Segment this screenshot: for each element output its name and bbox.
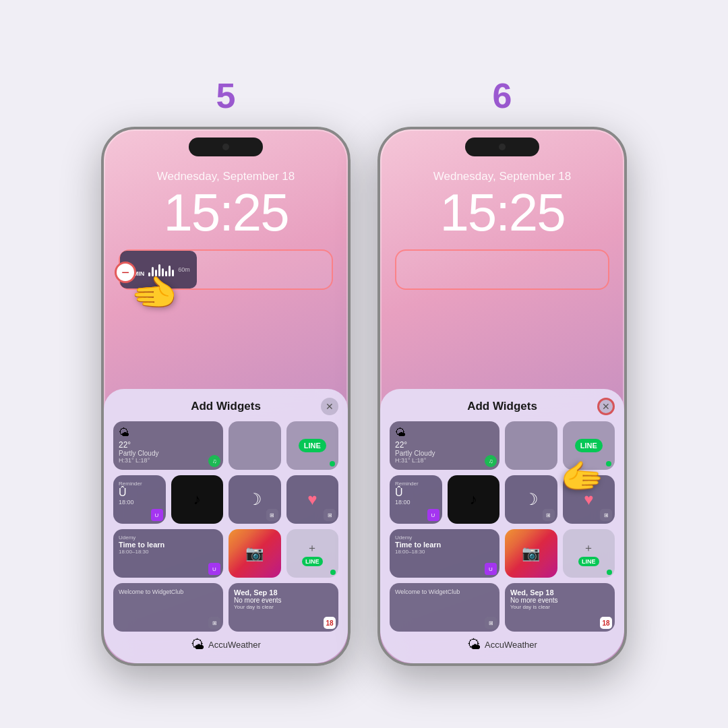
line-label-6: LINE (575, 439, 603, 452)
instagram-icon-5: 📷 (245, 545, 264, 562)
reminder-label-6: Reminder (395, 481, 437, 487)
panel-5-header: Add Widgets ✕ (113, 400, 338, 413)
moon-widget-6: ☽ ⊞ (505, 475, 557, 524)
weather-range-5: H:31° L:18° (119, 457, 218, 464)
moon-badge-icon-5: ⊞ (270, 512, 274, 518)
heart-icon-5: ♥ (307, 481, 317, 518)
calendar-sub-6: Your day is clear (510, 604, 609, 610)
phone-5: Wednesday, September 18 15:25 M 33MIN (101, 127, 351, 666)
welcome-text-5: Welcome to WidgetClub (119, 588, 218, 595)
line-cell-5: LINE (286, 421, 339, 470)
udemy-widget-6: Udemy Time to learn 18:00–18:30 U (390, 529, 499, 578)
panel-6-header: Add Widgets ✕ (390, 400, 615, 413)
heart-badge-5: ⊞ (324, 509, 336, 521)
udemy-label-5: Udemy (119, 535, 218, 541)
u-badge-5: U (151, 509, 163, 521)
line-add-dot-5 (330, 570, 336, 575)
panel-6-title: Add Widgets (467, 400, 537, 413)
phone-6-panel: Add Widgets ✕ 🌤 22° Partly Cloudy H:31° … (380, 389, 624, 663)
weather-icon-6: 🌤 (395, 427, 494, 439)
phone-6-widget-area (395, 249, 610, 290)
reminder-widget-5: Reminder Û 18:00 U (113, 475, 166, 524)
music-duration: 60m (178, 266, 190, 273)
tiktok-widget-5: ♪ (171, 475, 224, 524)
phone-5-time: 15:25 (163, 186, 288, 239)
step-6-number: 6 (493, 75, 512, 116)
calendar-sub-5: Your day is clear (234, 604, 333, 610)
line-add-plus-5: ＋ (307, 541, 317, 555)
calendar-event-5: No more events (234, 597, 333, 604)
calendar-event-6: No more events (510, 597, 609, 604)
welcome-badge-5: ⊞ (208, 617, 220, 629)
widget-grid-5: 🌤 22° Partly Cloudy H:31° L:18° ♫ LINE (113, 421, 338, 632)
calendar-date-5: Wed, Sep 18 (234, 588, 333, 597)
phone-6-screen: Wednesday, September 18 15:25 🫲 Add Widg… (380, 129, 624, 663)
calendar-widget-5: Wed, Sep 18 No more events Your day is c… (229, 583, 338, 632)
udemy-time-5: 18:00–18:30 (119, 549, 218, 555)
udemy-label-6: Udemy (395, 535, 494, 541)
reminder-label-5: Reminder (119, 481, 160, 487)
step-5-number: 5 (216, 75, 236, 116)
u-badge-6: U (427, 509, 439, 521)
line-add-widget-6: ＋ LINE (563, 529, 615, 578)
tiktok-icon-6: ♪ (470, 481, 477, 518)
weather-icon-5: 🌤 (119, 427, 218, 439)
calendar-widget-6: Wed, Sep 18 No more events Your day is c… (505, 583, 615, 632)
calendar-badge-5: 18 (324, 617, 336, 629)
heart-badge-icon-5: ⊞ (328, 512, 332, 518)
line-add-label-6: LINE (578, 557, 599, 566)
reminder-time-5: 18:00 (119, 499, 160, 506)
moon-badge-6: ⊞ (543, 509, 555, 521)
step-6-wrapper: 6 Wednesday, September 18 15:25 🫲 Add Wi… (377, 75, 627, 666)
moon-widget-5: ☽ ⊞ (229, 475, 281, 524)
weather-range-6: H:31° L:18° (395, 457, 494, 464)
moon-icon-6: ☽ (524, 481, 539, 518)
weather-desc-5: Partly Cloudy (119, 450, 218, 457)
welcome-widget-6: Welcome to WidgetClub ⊞ (390, 583, 499, 632)
step-5-wrapper: 5 Wednesday, September 18 15:25 M 33MIN (101, 75, 351, 666)
close-button-5[interactable]: ✕ (321, 398, 338, 415)
hand-cursor-5: 🫲 (131, 271, 178, 315)
moon-badge-5: ⊞ (266, 509, 278, 521)
close-button-6[interactable]: ✕ (597, 398, 615, 415)
welcome-widget-5: Welcome to WidgetClub ⊞ (113, 583, 223, 632)
accuweather-icon-6: 🌤 (467, 637, 481, 653)
instagram-widget-6: 📷 (505, 529, 557, 578)
instagram-widget-5: 📷 (229, 529, 281, 578)
phone-6-time: 15:25 (439, 186, 564, 239)
heart-badge-6: ⊞ (600, 509, 612, 521)
line-add-label-5: LINE (302, 557, 323, 566)
udemy-time-6: 18:00–18:30 (395, 549, 494, 555)
tiktok-icon-5: ♪ (193, 481, 201, 518)
line-dot-5 (330, 461, 335, 466)
moon-icon-5: ☽ (247, 481, 262, 518)
empty-cell-5a (229, 421, 281, 470)
phone-6-date: Wednesday, September 18 (433, 170, 571, 183)
line-add-dot-6 (607, 570, 612, 575)
weather-temp-5: 22° (119, 440, 218, 450)
udemy-u-badge-6: U (485, 563, 497, 575)
reminder-time-6: 18:00 (395, 499, 437, 506)
panel-5-title: Add Widgets (191, 400, 261, 413)
weather-desc-6: Partly Cloudy (395, 450, 494, 457)
udemy-u-badge-5: U (208, 563, 220, 575)
phone-5-notch (189, 138, 263, 156)
main-container: 5 Wednesday, September 18 15:25 M 33MIN (101, 62, 627, 666)
line-label-5: LINE (299, 439, 326, 452)
weather-widget-5: 🌤 22° Partly Cloudy H:31° L:18° ♫ (113, 421, 223, 470)
udemy-course-6: Time to learn (395, 541, 494, 549)
accuweather-icon-5: 🌤 (191, 637, 204, 653)
line-add-plus-6: ＋ (583, 541, 594, 555)
phone-5-panel: Add Widgets ✕ 🌤 22° Partly Cloudy H:31° … (104, 389, 348, 663)
heart-widget-5: ♥ ⊞ (286, 475, 339, 524)
hand-cursor-6: 🫲 (560, 456, 604, 497)
accuweather-bar-6: 🌤 AccuWeather (390, 632, 615, 653)
weather-temp-6: 22° (395, 440, 494, 450)
welcome-badge-6: ⊞ (485, 617, 497, 629)
weather-widget-6: 🌤 22° Partly Cloudy H:31° L:18° ♫ (390, 421, 499, 470)
reminder-widget-6: Reminder Û 18:00 U (390, 475, 442, 524)
widget-grid-6: 🌤 22° Partly Cloudy H:31° L:18° ♫ LINE (390, 421, 615, 632)
reminder-u-icon-5: Û (119, 487, 160, 499)
accuweather-label-6: AccuWeather (485, 640, 537, 650)
line-dot-6 (606, 461, 611, 466)
